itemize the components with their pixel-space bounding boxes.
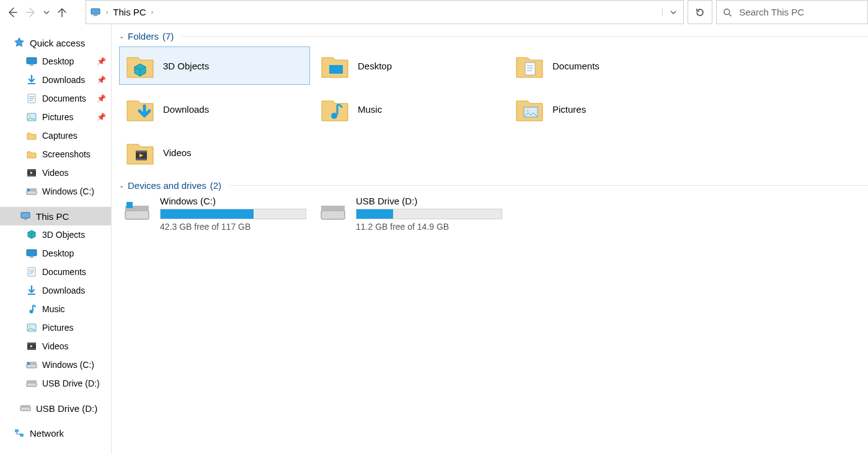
tree-this-pc-item[interactable]: Documents xyxy=(0,263,111,281)
tree-network[interactable]: Network xyxy=(0,424,111,442)
content-area: ⌄ Folders (7) 3D Objects Desktop Documen… xyxy=(112,25,868,454)
tree-this-pc[interactable]: This PC xyxy=(0,207,111,225)
drive-usb-icon xyxy=(26,378,37,389)
navigation-pane: Quick access Desktop 📌 Downloads 📌 Docum… xyxy=(0,25,112,454)
tree-this-pc-item[interactable]: USB Drive (D:) xyxy=(0,374,111,393)
divider xyxy=(181,36,868,37)
tree-usb-drive[interactable]: USB Drive (D:) xyxy=(0,399,111,417)
downloads-icon xyxy=(126,95,154,123)
drive-item[interactable]: Windows (C:) 42.3 GB free of 117 GB xyxy=(119,196,311,232)
breadcrumb-sep-icon: › xyxy=(149,9,156,15)
group-header-drives[interactable]: ⌄ Devices and drives (2) xyxy=(112,178,868,193)
svg-rect-14 xyxy=(27,169,36,171)
address-dropdown-button[interactable] xyxy=(662,9,683,16)
group-header-folders[interactable]: ⌄ Folders (7) xyxy=(112,28,868,44)
search-box[interactable] xyxy=(716,0,868,24)
star-icon xyxy=(14,37,25,48)
tree-label: USB Drive (D:) xyxy=(42,378,100,388)
tree-this-pc-item[interactable]: 3D Objects xyxy=(0,225,111,244)
nav-buttons xyxy=(0,0,82,24)
chevron-down-icon xyxy=(670,9,677,16)
folder-item[interactable]: Music xyxy=(314,90,505,128)
tree-quick-access-item[interactable]: Captures xyxy=(0,126,111,145)
up-button[interactable] xyxy=(55,5,69,20)
tree-quick-access-item[interactable]: Documents 📌 xyxy=(0,89,111,108)
svg-rect-38 xyxy=(27,380,37,383)
documents-icon xyxy=(515,51,544,80)
arrow-right-icon xyxy=(25,6,37,19)
recent-locations-button[interactable] xyxy=(42,5,51,20)
pictures-icon xyxy=(515,95,544,123)
folder-item[interactable]: Pictures xyxy=(508,90,699,128)
refresh-button[interactable] xyxy=(688,0,712,24)
tree-quick-access-item[interactable]: Screenshots xyxy=(0,145,111,164)
drives-grid: Windows (C:) 42.3 GB free of 117 GB USB … xyxy=(112,193,868,232)
svg-point-2 xyxy=(724,9,730,14)
folder-label: Desktop xyxy=(358,61,392,71)
refresh-icon xyxy=(695,7,705,17)
forward-button[interactable] xyxy=(24,5,38,20)
music-icon xyxy=(321,95,349,123)
group-title: Devices and drives xyxy=(128,180,206,191)
svg-rect-4 xyxy=(27,58,37,64)
drive-usage-bar xyxy=(160,209,306,219)
toolbar: › This PC › xyxy=(0,0,868,25)
3dobjects-icon xyxy=(26,229,37,240)
tree-quick-access-item[interactable]: Desktop 📌 xyxy=(0,52,111,71)
desktop-icon xyxy=(26,248,37,259)
folder-label: 3D Objects xyxy=(163,61,209,71)
tree-this-pc-item[interactable]: Downloads xyxy=(0,281,111,300)
tree-label: Pictures xyxy=(42,323,74,333)
breadcrumb-location[interactable]: This PC xyxy=(113,7,146,17)
tree-this-pc-item[interactable]: Music xyxy=(0,300,111,318)
music-icon xyxy=(26,303,37,315)
tree-label: USB Drive (D:) xyxy=(36,403,97,414)
back-button[interactable] xyxy=(5,5,20,20)
svg-rect-57 xyxy=(321,211,345,219)
documents-icon xyxy=(26,266,37,277)
videos-icon xyxy=(26,341,37,352)
svg-point-12 xyxy=(29,115,31,117)
folder-item[interactable]: 3D Objects xyxy=(119,46,310,85)
svg-rect-18 xyxy=(27,189,30,191)
tree-label: Music xyxy=(42,304,65,314)
tree-label: Downloads xyxy=(42,75,85,85)
search-input[interactable] xyxy=(738,1,867,24)
tree-this-pc-item[interactable]: Windows (C:) xyxy=(0,356,111,374)
svg-rect-1 xyxy=(94,15,97,16)
tree-this-pc-item[interactable]: Videos xyxy=(0,337,111,356)
tree-label: Screenshots xyxy=(42,149,91,159)
svg-rect-32 xyxy=(27,343,36,344)
svg-rect-43 xyxy=(329,65,343,74)
svg-rect-39 xyxy=(20,407,30,411)
folder-label: Documents xyxy=(552,61,600,71)
tree-label: Pictures xyxy=(42,112,74,122)
tree-quick-access-item[interactable]: Downloads 📌 xyxy=(0,71,111,89)
svg-rect-40 xyxy=(20,405,30,407)
address-content[interactable]: › This PC › xyxy=(86,1,662,24)
folder-item[interactable]: Downloads xyxy=(119,90,310,128)
tree-quick-access-item[interactable]: Videos xyxy=(0,164,111,182)
tree-quick-access-item[interactable]: Pictures 📌 xyxy=(0,108,111,126)
search-icon xyxy=(723,7,732,17)
arrow-left-icon xyxy=(6,6,19,19)
drive-name: Windows (C:) xyxy=(160,196,306,206)
drive-free-text: 42.3 GB free of 117 GB xyxy=(160,222,306,232)
svg-point-50 xyxy=(526,110,529,112)
tree-quick-access[interactable]: Quick access xyxy=(0,33,111,52)
tree-label: Videos xyxy=(42,168,69,178)
drive-name: USB Drive (D:) xyxy=(356,196,502,206)
pin-icon: 📌 xyxy=(97,57,106,66)
folder-item[interactable]: Videos xyxy=(119,133,310,172)
folder-item[interactable]: Documents xyxy=(508,46,699,85)
desktop-icon xyxy=(26,56,37,67)
drive-item[interactable]: USB Drive (D:) 11.2 GB free of 14.9 GB xyxy=(315,196,507,232)
tree-quick-access-item[interactable]: Windows (C:) xyxy=(0,182,111,201)
network-icon xyxy=(14,427,25,439)
tree-this-pc-item[interactable]: Pictures xyxy=(0,318,111,337)
tree-this-pc-item[interactable]: Desktop xyxy=(0,244,111,263)
address-bar[interactable]: › This PC › xyxy=(86,0,684,24)
tree-label: Windows (C:) xyxy=(42,360,94,370)
folder-item[interactable]: Desktop xyxy=(314,46,505,85)
svg-rect-6 xyxy=(28,83,35,84)
